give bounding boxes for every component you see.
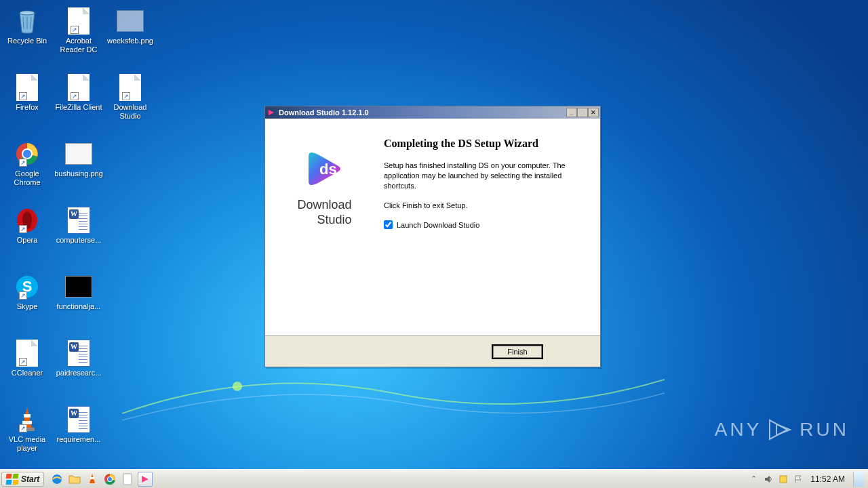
wizard-sidebar: ds Download Studio <box>265 119 384 336</box>
image-thumb-icon <box>65 276 92 298</box>
system-tray: ⌃ 11:52 AM <box>748 472 868 487</box>
shortcut-arrow-icon: ↗ <box>19 291 27 300</box>
desktop-icon-requiremen[interactable]: requiremen... <box>53 401 104 461</box>
logo-line1: Download <box>297 197 351 212</box>
shortcut-arrow-icon: ↗ <box>71 92 79 100</box>
shortcut-arrow-icon: ↗ <box>19 358 27 366</box>
watermark-text-b: RUN <box>800 419 849 441</box>
word-doc-icon <box>67 406 90 433</box>
desktop-icon-paidresearc[interactable]: paidresearc... <box>53 335 104 394</box>
dialog-body: ds Download Studio Completing the DS Set… <box>265 119 600 336</box>
svg-point-0 <box>20 11 35 15</box>
anyrun-logo-icon <box>767 418 794 442</box>
wizard-para2: Click Finish to exit Setup. <box>384 201 574 211</box>
svg-point-17 <box>108 477 112 481</box>
ds-icon <box>140 474 151 485</box>
dialog-footer: Finish <box>265 336 600 367</box>
icon-label: CCleaner <box>12 369 43 378</box>
taskbar-vlc[interactable] <box>85 472 100 487</box>
desktop-icon-opera[interactable]: ↗ Opera <box>1 202 53 262</box>
icon-label: weeksfeb.png <box>107 37 153 45</box>
desktop[interactable]: Recycle Bin ↗ Firefox ↗ Google Chrome ↗ … <box>0 0 868 469</box>
taskbar-chrome[interactable] <box>102 472 117 487</box>
installer-dialog: Download Studio 1.12.1.0 _ □ ✕ ds <box>264 106 601 367</box>
desktop-icon-firefox[interactable]: ↗ Firefox <box>1 69 53 129</box>
desktop-icon-chrome[interactable]: ↗ Google Chrome <box>1 136 53 195</box>
desktop-icon-bushusing[interactable]: bushusing.png <box>53 136 104 195</box>
launch-checkbox-label: Launch Download Studio <box>397 221 479 229</box>
desktop-icon-skype[interactable]: S ↗ Skype <box>1 268 53 328</box>
icon-label: Acrobat Reader DC <box>54 37 103 54</box>
shortcut-arrow-icon: ↗ <box>19 159 27 167</box>
watermark-text-a: ANY <box>715 419 762 441</box>
svg-point-3 <box>23 150 31 158</box>
wallpaper-swirl <box>122 359 665 441</box>
tray-flag-icon[interactable] <box>793 474 804 485</box>
desktop-icon-vlc[interactable]: ↗ VLC media player <box>1 401 53 461</box>
icon-label: paidresearc... <box>56 369 102 378</box>
minimize-button[interactable]: _ <box>566 108 577 117</box>
titlebar[interactable]: Download Studio 1.12.1.0 _ □ ✕ <box>265 106 600 119</box>
finish-button[interactable]: Finish <box>492 344 543 359</box>
icon-label: requiremen... <box>57 435 101 444</box>
desktop-icon-filezilla[interactable]: ↗ FileZilla Client <box>53 69 104 129</box>
image-thumb-icon <box>117 10 144 32</box>
desktop-icon-weeksfeb[interactable]: weeksfeb.png <box>104 3 156 62</box>
wizard-content: Completing the DS Setup Wizard Setup has… <box>384 119 600 336</box>
desktop-icon-download-studio[interactable]: ↗ Download Studio <box>104 69 156 129</box>
taskbar-explorer[interactable] <box>67 472 82 487</box>
taskbar-ie[interactable] <box>50 472 64 487</box>
svg-rect-14 <box>90 477 94 479</box>
launch-checkbox[interactable] <box>384 220 393 229</box>
icon-label: Google Chrome <box>3 169 52 187</box>
watermark: ANY RUN <box>715 418 849 442</box>
shortcut-arrow-icon: ↗ <box>19 225 27 233</box>
tray-expand[interactable]: ⌃ <box>748 474 759 485</box>
taskbar: Start ⌃ 11:52 AM <box>0 469 868 488</box>
icon-label: Skype <box>17 302 38 311</box>
chrome-icon <box>104 473 116 485</box>
shortcut-arrow-icon: ↗ <box>19 92 27 100</box>
desktop-icon-functionalja[interactable]: functionalja... <box>53 268 104 328</box>
ds-logo-icon: ds <box>302 146 348 192</box>
svg-rect-19 <box>780 476 787 483</box>
app-icon <box>267 108 276 117</box>
icon-label: VLC media player <box>3 435 52 453</box>
icon-label: FileZilla Client <box>55 103 102 112</box>
tray-security-icon[interactable] <box>778 474 789 485</box>
word-doc-icon <box>67 207 90 234</box>
taskbar-download-studio[interactable] <box>138 472 153 487</box>
icon-label: Firefox <box>16 103 39 112</box>
tray-clock[interactable]: 11:52 AM <box>808 474 848 484</box>
icon-label: functionalja... <box>57 302 101 311</box>
recycle-bin-icon <box>15 7 39 35</box>
svg-point-11 <box>233 382 242 391</box>
svg-text:ds: ds <box>319 161 337 178</box>
ie-icon <box>51 473 63 485</box>
windows-flag-icon <box>6 474 18 485</box>
desktop-icon-recycle-bin[interactable]: Recycle Bin <box>1 3 53 62</box>
logo-line2: Studio <box>297 212 351 227</box>
vlc-icon <box>87 473 97 485</box>
icon-label: computerse... <box>56 236 102 245</box>
shortcut-arrow-icon: ↗ <box>19 424 27 432</box>
document-icon <box>123 473 132 485</box>
desktop-icon-acrobat[interactable]: ↗ Acrobat Reader DC <box>53 3 104 62</box>
wizard-para1: Setup has finished installing DS on your… <box>384 161 574 191</box>
svg-rect-18 <box>123 474 132 485</box>
taskbar-notepad[interactable] <box>120 472 135 487</box>
start-label: Start <box>21 474 39 484</box>
wizard-heading: Completing the DS Setup Wizard <box>384 138 585 150</box>
start-button[interactable]: Start <box>1 472 44 487</box>
icon-label: Opera <box>17 236 38 245</box>
icon-label: Recycle Bin <box>7 37 47 45</box>
desktop-icon-ccleaner[interactable]: ↗ CCleaner <box>1 335 53 394</box>
show-desktop-button[interactable] <box>853 472 864 487</box>
desktop-icon-computerse[interactable]: computerse... <box>53 202 104 262</box>
tray-volume-icon[interactable] <box>763 474 774 485</box>
maximize-button[interactable]: □ <box>577 108 588 117</box>
dialog-title: Download Studio 1.12.1.0 <box>279 108 369 117</box>
close-button[interactable]: ✕ <box>588 108 599 117</box>
ds-logo-text: Download Studio <box>297 197 351 227</box>
launch-checkbox-row[interactable]: Launch Download Studio <box>384 220 585 229</box>
